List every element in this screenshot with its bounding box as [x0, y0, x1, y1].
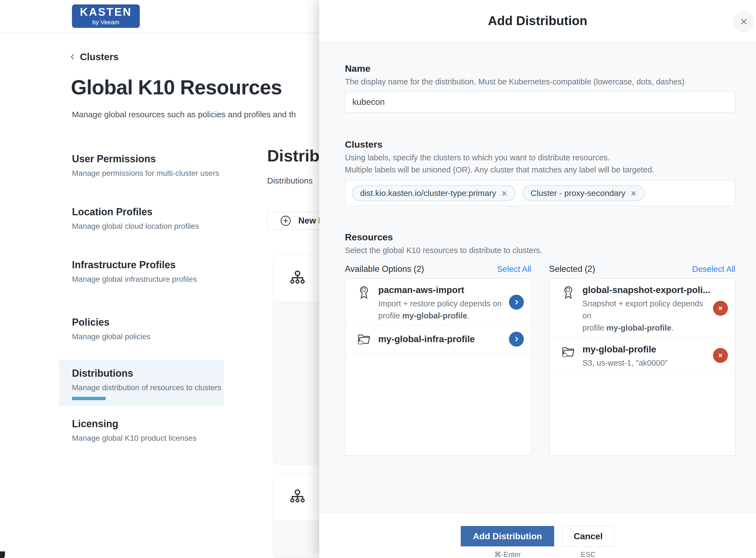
sidebar-item-desc: Manage distribution of resources to clus…	[72, 383, 224, 392]
list-item-pacman-aws-import: pacman-aws-import Import + restore polic…	[345, 279, 531, 326]
resource-name: global-snapshot-export-poli...	[583, 283, 710, 298]
selected-list: global-snapshot-export-poli... Snapshot …	[549, 278, 736, 456]
resource-name: my-global-infra-profile	[378, 332, 475, 347]
deselect-all-link[interactable]: Deselect All	[692, 264, 735, 274]
kasten-logo-subtitle: by Veeam	[92, 19, 119, 26]
resource-name: my-global-profile	[583, 342, 668, 357]
policy-award-icon	[561, 285, 576, 300]
clusters-section-help: Using labels, specify the clusters to wh…	[345, 152, 735, 176]
sidebar-item-label: Infrastructure Profiles	[72, 259, 224, 271]
breadcrumb[interactable]: Clusters	[69, 51, 118, 62]
distribution-tree-icon	[289, 269, 306, 287]
clusters-help-line1: Using labels, specify the clusters to wh…	[345, 152, 735, 163]
sidebar-item-policies[interactable]: Policies Manage global policies	[59, 310, 224, 341]
clusters-section-label: Clusters	[345, 139, 735, 150]
sidebar-item-label: Distributions	[72, 368, 224, 379]
sidebar-item-location-profiles[interactable]: Location Profiles Manage global cloud lo…	[59, 199, 224, 231]
resources-section-help: Select the global K10 resources to distr…	[345, 244, 735, 256]
cluster-labels-input[interactable]: dist.kio.kasten.io/cluster-type:primary …	[345, 180, 735, 206]
cancel-shortcut-hint: ESC	[581, 551, 596, 558]
active-indicator-bar	[72, 397, 106, 400]
resource-description: Import + restore policy depends on profi…	[378, 298, 502, 322]
resource-name: pacman-aws-import	[378, 283, 502, 298]
drawer-body: Name The display name for the distributi…	[319, 42, 756, 512]
available-options-list: pacman-aws-import Import + restore polic…	[345, 278, 531, 456]
sidebar-item-desc: Manage global cloud location profiles	[72, 222, 224, 231]
resource-desc-line1: Snapshot + export policy depends on	[583, 299, 703, 320]
name-section-help: The display name for the distribution. M…	[345, 76, 735, 88]
chip-label: dist.kio.kasten.io/cluster-type:primary	[360, 188, 496, 198]
resource-desc-bold: my-global-profile	[606, 324, 671, 332]
policy-award-icon	[356, 285, 372, 300]
list-item-main: my-global-profile S3, us-west-1, "ak0000…	[583, 342, 668, 369]
chevron-right-icon	[512, 335, 520, 343]
cancel-column: Cancel ESC	[562, 526, 615, 558]
chip-label: Cluster - proxy-secondary	[531, 188, 625, 198]
chip-remove-icon[interactable]: ×	[502, 189, 507, 198]
cancel-button[interactable]: Cancel	[562, 526, 615, 547]
submit-column: Add Distribution ⌘-Enter	[461, 526, 554, 558]
sidebar-item-distributions[interactable]: Distributions Manage distribution of res…	[59, 360, 224, 406]
drawer-header: Add Distribution	[319, 0, 756, 42]
chip-remove-icon[interactable]: ×	[631, 189, 636, 198]
sidebar-item-label: Policies	[72, 317, 224, 328]
distribution-tree-icon	[289, 488, 306, 506]
sidebar-item-label: Location Profiles	[72, 206, 224, 218]
close-button[interactable]	[733, 11, 754, 32]
available-options-title: Available Options (2)	[345, 264, 424, 274]
chevron-right-icon	[512, 298, 520, 306]
resource-desc-line2: profile	[378, 311, 402, 320]
list-item-my-global-infra-profile: my-global-infra-profile	[345, 326, 531, 353]
submit-shortcut-hint: ⌘-Enter	[494, 551, 521, 558]
list-item-main: global-snapshot-export-poli... Snapshot …	[583, 283, 710, 334]
drawer-footer: Add Distribution ⌘-Enter Cancel ESC	[319, 512, 756, 558]
resource-desc-suffix: .	[671, 324, 674, 332]
sidebar-item-label: User Permissions	[72, 153, 224, 164]
page-title: Global K10 Resources	[71, 76, 282, 99]
plus-circle-icon	[279, 215, 292, 227]
sidebar-item-desc: Manage global policies	[72, 332, 224, 341]
list-item-main: pacman-aws-import Import + restore polic…	[378, 283, 502, 322]
select-all-link[interactable]: Select All	[497, 264, 531, 274]
breadcrumb-label: Clusters	[80, 51, 118, 62]
name-input[interactable]	[345, 92, 735, 112]
add-resource-button[interactable]	[509, 332, 524, 347]
resource-desc-line2: profile	[583, 324, 606, 332]
selected-title: Selected (2)	[549, 264, 595, 274]
cluster-label-chip: dist.kio.kasten.io/cluster-type:primary …	[352, 185, 515, 201]
profile-folder-icon	[356, 331, 372, 347]
remove-resource-button[interactable]	[713, 301, 728, 316]
resource-description: S3, us-west-1, "ak0000"	[583, 357, 668, 369]
sidebar-item-desc: Manage global infrastructure profiles	[72, 275, 224, 284]
resources-section-label: Resources	[345, 231, 735, 243]
sidebar-item-licensing[interactable]: Licensing Manage global K10 product lice…	[59, 411, 224, 443]
app-root: KASTEN by Veeam Clusters Global K10 Reso…	[0, 0, 756, 558]
clusters-help-line2: Multiple labels will be unioned (OR). An…	[345, 163, 735, 176]
drawer-title: Add Distribution	[319, 0, 756, 42]
profile-folder-icon	[561, 344, 576, 360]
list-item-main: my-global-infra-profile	[378, 332, 475, 347]
sidebar-item-desc: Manage permissions for multi-cluster use…	[72, 169, 224, 178]
add-resource-button[interactable]	[509, 295, 524, 310]
sidebar-item-infrastructure-profiles[interactable]: Infrastructure Profiles Manage global in…	[59, 252, 224, 284]
sidebar-item-desc: Manage global K10 product licenses	[72, 434, 224, 443]
distributions-description: Distributions	[267, 176, 313, 185]
list-item-my-global-profile: my-global-profile S3, us-west-1, "ak0000…	[549, 338, 735, 373]
page-subtitle: Manage global resources such as policies…	[72, 110, 296, 119]
clipped-edge-glyph	[0, 551, 5, 558]
sidebar-item-user-permissions[interactable]: User Permissions Manage permissions for …	[59, 146, 224, 178]
remove-resource-button[interactable]	[713, 348, 728, 363]
remove-x-icon	[716, 304, 725, 312]
name-section-label: Name	[345, 63, 735, 74]
kasten-logo[interactable]: KASTEN by Veeam	[72, 4, 140, 28]
remove-x-icon	[716, 351, 725, 360]
close-icon	[738, 16, 749, 27]
cluster-label-chip: Cluster - proxy-secondary ×	[522, 185, 645, 201]
resource-description: Snapshot + export policy depends on prof…	[583, 298, 710, 334]
add-distribution-submit-button[interactable]: Add Distribution	[461, 526, 554, 547]
add-distribution-drawer: Add Distribution Name The display name f…	[319, 0, 756, 558]
resource-desc-bold: my-global-profile	[402, 311, 467, 320]
kasten-logo-title: KASTEN	[80, 6, 132, 17]
resource-desc-suffix: .	[467, 311, 469, 320]
back-chevron-icon	[69, 52, 77, 61]
